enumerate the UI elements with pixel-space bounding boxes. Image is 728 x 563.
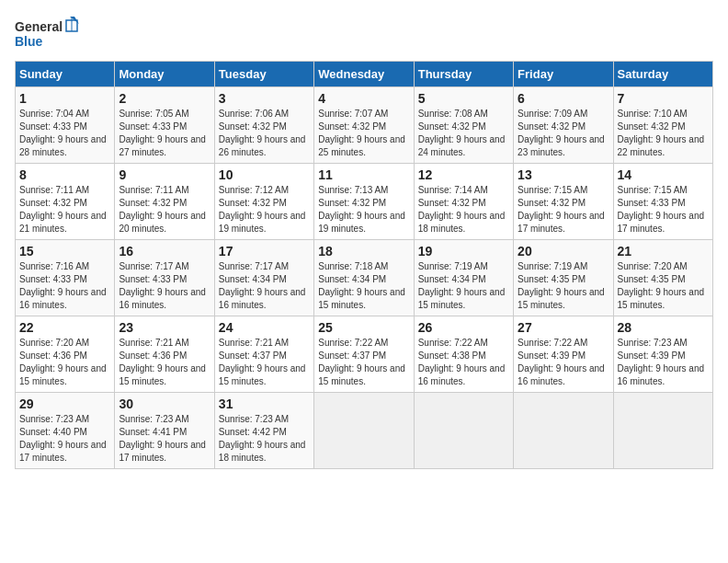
svg-text:General: General	[15, 19, 63, 34]
calendar-body: 1Sunrise: 7:04 AMSunset: 4:33 PMDaylight…	[16, 87, 713, 469]
calendar-day-19: 19Sunrise: 7:19 AMSunset: 4:34 PMDayligh…	[414, 240, 513, 316]
weekday-monday: Monday	[115, 62, 214, 87]
page-header: General Blue	[15, 15, 713, 53]
calendar-day-9: 9Sunrise: 7:11 AMSunset: 4:32 PMDaylight…	[115, 164, 214, 240]
svg-text:Blue: Blue	[15, 34, 43, 49]
day-detail: Sunrise: 7:04 AMSunset: 4:33 PMDaylight:…	[19, 108, 110, 159]
weekday-header-row: SundayMondayTuesdayWednesdayThursdayFrid…	[16, 62, 713, 87]
day-number: 8	[19, 167, 110, 182]
day-detail: Sunrise: 7:15 AMSunset: 4:32 PMDaylight:…	[518, 184, 609, 236]
day-detail: Sunrise: 7:07 AMSunset: 4:32 PMDaylight:…	[318, 108, 409, 159]
day-detail: Sunrise: 7:18 AMSunset: 4:34 PMDaylight:…	[318, 260, 409, 312]
day-number: 24	[219, 320, 310, 335]
calendar-day-1: 1Sunrise: 7:04 AMSunset: 4:33 PMDaylight…	[16, 87, 115, 164]
empty-cell	[514, 393, 613, 469]
calendar-day-25: 25Sunrise: 7:22 AMSunset: 4:37 PMDayligh…	[314, 316, 414, 393]
calendar-day-21: 21Sunrise: 7:20 AMSunset: 4:35 PMDayligh…	[613, 240, 712, 316]
day-number: 19	[418, 244, 509, 259]
weekday-wednesday: Wednesday	[314, 62, 414, 87]
weekday-thursday: Thursday	[414, 62, 513, 87]
day-detail: Sunrise: 7:21 AMSunset: 4:37 PMDaylight:…	[219, 337, 310, 388]
empty-cell	[314, 393, 414, 469]
day-number: 16	[119, 244, 210, 259]
day-number: 26	[418, 320, 509, 335]
day-detail: Sunrise: 7:06 AMSunset: 4:32 PMDaylight:…	[219, 108, 310, 159]
day-number: 13	[518, 167, 609, 182]
day-number: 11	[318, 167, 409, 182]
day-number: 20	[518, 244, 609, 259]
day-number: 1	[19, 91, 110, 106]
day-detail: Sunrise: 7:20 AMSunset: 4:35 PMDaylight:…	[618, 260, 709, 312]
calendar-week-1: 1Sunrise: 7:04 AMSunset: 4:33 PMDaylight…	[16, 87, 713, 164]
calendar-day-3: 3Sunrise: 7:06 AMSunset: 4:32 PMDaylight…	[214, 87, 313, 164]
weekday-sunday: Sunday	[16, 62, 115, 87]
day-number: 25	[318, 320, 409, 335]
calendar-table: SundayMondayTuesdayWednesdayThursdayFrid…	[15, 61, 713, 469]
day-detail: Sunrise: 7:22 AMSunset: 4:37 PMDaylight:…	[318, 337, 409, 388]
weekday-saturday: Saturday	[613, 62, 712, 87]
calendar-day-12: 12Sunrise: 7:14 AMSunset: 4:32 PMDayligh…	[414, 164, 513, 240]
calendar-day-20: 20Sunrise: 7:19 AMSunset: 4:35 PMDayligh…	[514, 240, 613, 316]
day-number: 14	[618, 167, 709, 182]
day-number: 9	[119, 167, 210, 182]
calendar-day-7: 7Sunrise: 7:10 AMSunset: 4:32 PMDaylight…	[613, 87, 712, 164]
day-detail: Sunrise: 7:05 AMSunset: 4:33 PMDaylight:…	[119, 108, 210, 159]
calendar-day-13: 13Sunrise: 7:15 AMSunset: 4:32 PMDayligh…	[514, 164, 613, 240]
day-detail: Sunrise: 7:13 AMSunset: 4:32 PMDaylight:…	[318, 184, 409, 236]
day-detail: Sunrise: 7:23 AMSunset: 4:41 PMDaylight:…	[119, 413, 210, 465]
day-number: 4	[318, 91, 409, 106]
calendar-day-4: 4Sunrise: 7:07 AMSunset: 4:32 PMDaylight…	[314, 87, 414, 164]
day-detail: Sunrise: 7:17 AMSunset: 4:33 PMDaylight:…	[119, 260, 210, 312]
calendar-day-22: 22Sunrise: 7:20 AMSunset: 4:36 PMDayligh…	[16, 316, 115, 393]
day-number: 17	[219, 244, 310, 259]
day-detail: Sunrise: 7:20 AMSunset: 4:36 PMDaylight:…	[19, 337, 110, 388]
calendar-day-29: 29Sunrise: 7:23 AMSunset: 4:40 PMDayligh…	[16, 393, 115, 469]
day-detail: Sunrise: 7:11 AMSunset: 4:32 PMDaylight:…	[119, 184, 210, 236]
calendar-day-28: 28Sunrise: 7:23 AMSunset: 4:39 PMDayligh…	[613, 316, 712, 393]
day-detail: Sunrise: 7:23 AMSunset: 4:40 PMDaylight:…	[19, 413, 110, 465]
day-detail: Sunrise: 7:23 AMSunset: 4:39 PMDaylight:…	[618, 337, 709, 388]
day-detail: Sunrise: 7:16 AMSunset: 4:33 PMDaylight:…	[19, 260, 110, 312]
calendar-day-17: 17Sunrise: 7:17 AMSunset: 4:34 PMDayligh…	[214, 240, 313, 316]
calendar-week-5: 29Sunrise: 7:23 AMSunset: 4:40 PMDayligh…	[16, 393, 713, 469]
calendar-week-4: 22Sunrise: 7:20 AMSunset: 4:36 PMDayligh…	[16, 316, 713, 393]
day-number: 10	[219, 167, 310, 182]
weekday-tuesday: Tuesday	[214, 62, 313, 87]
day-detail: Sunrise: 7:17 AMSunset: 4:34 PMDaylight:…	[219, 260, 310, 312]
day-number: 18	[318, 244, 409, 259]
calendar-day-14: 14Sunrise: 7:15 AMSunset: 4:33 PMDayligh…	[613, 164, 712, 240]
day-number: 21	[618, 244, 709, 259]
day-number: 29	[19, 396, 110, 411]
day-detail: Sunrise: 7:08 AMSunset: 4:32 PMDaylight:…	[418, 108, 509, 159]
calendar-day-18: 18Sunrise: 7:18 AMSunset: 4:34 PMDayligh…	[314, 240, 414, 316]
calendar-day-16: 16Sunrise: 7:17 AMSunset: 4:33 PMDayligh…	[115, 240, 214, 316]
calendar-day-11: 11Sunrise: 7:13 AMSunset: 4:32 PMDayligh…	[314, 164, 414, 240]
day-number: 3	[219, 91, 310, 106]
day-detail: Sunrise: 7:10 AMSunset: 4:32 PMDaylight:…	[618, 108, 709, 159]
calendar-day-27: 27Sunrise: 7:22 AMSunset: 4:39 PMDayligh…	[514, 316, 613, 393]
calendar-day-23: 23Sunrise: 7:21 AMSunset: 4:36 PMDayligh…	[115, 316, 214, 393]
day-detail: Sunrise: 7:19 AMSunset: 4:34 PMDaylight:…	[418, 260, 509, 312]
logo: General Blue	[15, 15, 79, 53]
calendar-day-5: 5Sunrise: 7:08 AMSunset: 4:32 PMDaylight…	[414, 87, 513, 164]
calendar-week-3: 15Sunrise: 7:16 AMSunset: 4:33 PMDayligh…	[16, 240, 713, 316]
day-detail: Sunrise: 7:12 AMSunset: 4:32 PMDaylight:…	[219, 184, 310, 236]
day-number: 12	[418, 167, 509, 182]
day-number: 5	[418, 91, 509, 106]
day-detail: Sunrise: 7:14 AMSunset: 4:32 PMDaylight:…	[418, 184, 509, 236]
day-detail: Sunrise: 7:21 AMSunset: 4:36 PMDaylight:…	[119, 337, 210, 388]
empty-cell	[613, 393, 712, 469]
day-detail: Sunrise: 7:22 AMSunset: 4:38 PMDaylight:…	[418, 337, 509, 388]
day-number: 7	[618, 91, 709, 106]
day-number: 2	[119, 91, 210, 106]
calendar-day-8: 8Sunrise: 7:11 AMSunset: 4:32 PMDaylight…	[16, 164, 115, 240]
day-detail: Sunrise: 7:19 AMSunset: 4:35 PMDaylight:…	[518, 260, 609, 312]
empty-cell	[414, 393, 513, 469]
weekday-friday: Friday	[514, 62, 613, 87]
calendar-week-2: 8Sunrise: 7:11 AMSunset: 4:32 PMDaylight…	[16, 164, 713, 240]
day-detail: Sunrise: 7:15 AMSunset: 4:33 PMDaylight:…	[618, 184, 709, 236]
day-detail: Sunrise: 7:09 AMSunset: 4:32 PMDaylight:…	[518, 108, 609, 159]
day-detail: Sunrise: 7:22 AMSunset: 4:39 PMDaylight:…	[518, 337, 609, 388]
calendar-day-31: 31Sunrise: 7:23 AMSunset: 4:42 PMDayligh…	[214, 393, 313, 469]
calendar-day-10: 10Sunrise: 7:12 AMSunset: 4:32 PMDayligh…	[214, 164, 313, 240]
